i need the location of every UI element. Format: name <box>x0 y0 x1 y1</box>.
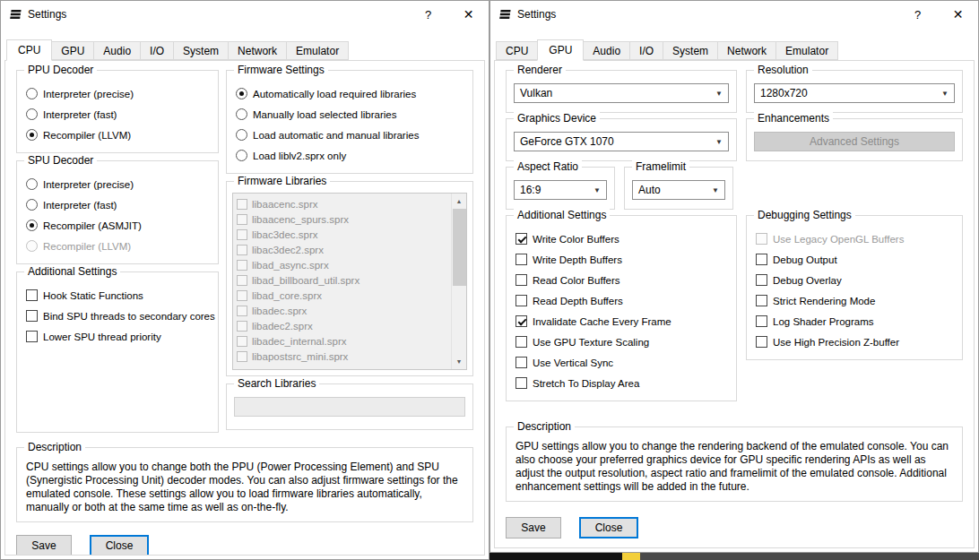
save-button[interactable]: Save <box>506 517 561 538</box>
checkbox-option-log-shader-programs[interactable]: Log Shader Programs <box>756 311 955 332</box>
tab-gpu[interactable]: GPU <box>51 41 94 60</box>
tab-cpu[interactable]: CPU <box>6 39 52 61</box>
checkbox-option-bind-spu-threads-to-secondary-cores[interactable]: Bind SPU threads to secondary cores <box>26 306 211 326</box>
gpu-row-3: Aspect Ratio 16:9 ▼ Framelimit Auto ▼ <box>506 167 963 215</box>
tab-audio[interactable]: Audio <box>583 41 630 60</box>
radio-option-interpreter-fast[interactable]: Interpreter (fast) <box>26 104 211 125</box>
library-item-libad-async-sprx: libad_async.sprx <box>237 257 451 272</box>
window-close-button[interactable]: ✕ <box>938 1 978 28</box>
resolution-dropdown[interactable]: 1280x720 ▼ <box>754 83 955 103</box>
checkbox-icon <box>26 289 38 301</box>
scrollbar[interactable]: ▲ ▼ <box>451 194 466 369</box>
option-label: Interpreter (precise) <box>43 89 134 99</box>
group-title: Additional Settings <box>514 209 610 221</box>
radio-option-interpreter-precise[interactable]: Interpreter (precise) <box>26 174 211 194</box>
radio-option-interpreter-fast[interactable]: Interpreter (fast) <box>26 194 211 215</box>
group-title: Description <box>24 441 85 453</box>
checkbox-option-debug-overlay[interactable]: Debug Overlay <box>756 270 955 290</box>
radio-icon <box>26 199 38 211</box>
tab-emulator[interactable]: Emulator <box>286 41 349 60</box>
renderer-dropdown[interactable]: Vulkan ▼ <box>514 83 729 103</box>
option-label: Use GPU Texture Scaling <box>533 337 649 348</box>
option-label: Load automatic and manual libraries <box>253 130 419 141</box>
checkbox-option-read-depth-buffers[interactable]: Read Depth Buffers <box>515 290 729 311</box>
tab-network[interactable]: Network <box>228 41 287 60</box>
option-label: Bind SPU threads to secondary cores <box>43 311 215 322</box>
checkbox-option-debug-output[interactable]: Debug Output <box>756 249 955 270</box>
titlebar[interactable]: Settings ? ✕ <box>490 1 978 28</box>
radio-option-load-liblv2-sprx-only[interactable]: Load liblv2.sprx only <box>236 145 465 166</box>
tab-label: Audio <box>103 45 131 57</box>
tab-network[interactable]: Network <box>717 41 776 60</box>
radio-icon <box>26 240 38 252</box>
window-close-button[interactable]: ✕ <box>448 1 489 28</box>
graphics-device-dropdown[interactable]: GeForce GTX 1070 ▼ <box>514 132 729 151</box>
library-name: libadec.sprx <box>252 306 307 316</box>
radio-option-automatically-load-required-libraries[interactable]: Automatically load required libraries <box>236 83 465 104</box>
close-button[interactable]: Close <box>90 535 149 556</box>
scrollbar-thumb[interactable] <box>453 209 466 286</box>
save-button[interactable]: Save <box>16 535 72 556</box>
checkbox-option-stretch-to-display-area[interactable]: Stretch To Display Area <box>515 373 729 393</box>
option-label: Automatically load required libraries <box>253 89 416 99</box>
checkbox-option-write-color-buffers[interactable]: Write Color Buffers <box>515 228 729 249</box>
radio-option-recompiler-llvm[interactable]: Recompiler (LLVM) <box>26 125 211 145</box>
tab-i-o[interactable]: I/O <box>629 41 663 60</box>
group-title: Debugging Settings <box>754 209 855 221</box>
radio-option-interpreter-precise[interactable]: Interpreter (precise) <box>26 83 211 104</box>
library-name: libapostsrc_mini.sprx <box>252 351 348 362</box>
tab-system[interactable]: System <box>663 41 718 60</box>
renderer-group: Renderer Vulkan ▼ <box>506 70 737 113</box>
checkbox-option-hook-static-functions[interactable]: Hook Static Functions <box>26 285 211 306</box>
option-label: Interpreter (precise) <box>43 179 134 190</box>
checkbox-icon <box>515 357 527 368</box>
description-group: Description GPU settings allow you to ch… <box>506 426 963 502</box>
radio-option-manually-load-selected-libraries[interactable]: Manually load selected libraries <box>236 104 465 125</box>
radio-option-recompiler-asmjit[interactable]: Recompiler (ASMJIT) <box>26 215 211 236</box>
option-label: Lower SPU thread priority <box>43 332 161 342</box>
help-button[interactable]: ? <box>897 1 938 28</box>
checkbox-option-use-legacy-opengl-buffers: Use Legacy OpenGL Buffers <box>756 228 955 249</box>
tab-bar: CPU GPU Audio I/O System Network Emula <box>496 39 978 60</box>
radio-option-load-automatic-and-manual-libraries[interactable]: Load automatic and manual libraries <box>236 125 465 145</box>
aspect-ratio-dropdown[interactable]: 16:9 ▼ <box>514 180 607 200</box>
group-title: Firmware Libraries <box>234 175 330 187</box>
checkbox-option-strict-rendering-mode[interactable]: Strict Rendering Mode <box>756 290 955 311</box>
close-button[interactable]: Close <box>579 517 638 538</box>
checkbox-option-use-vertical-sync[interactable]: Use Vertical Sync <box>515 352 729 373</box>
checkbox-option-lower-spu-thread-priority[interactable]: Lower SPU thread priority <box>26 326 211 347</box>
additional-settings-group: Additional Settings Hook Static Function… <box>16 271 219 433</box>
ppu-decoder-group: PPU Decoder Interpreter (precise) Interp… <box>16 70 219 153</box>
framelimit-group: Framelimit Auto ▼ <box>624 167 733 210</box>
scroll-down-icon[interactable]: ▼ <box>452 354 467 369</box>
library-name: libad_core.sprx <box>252 290 322 301</box>
library-name: libaacenc_spurs.sprx <box>252 214 349 225</box>
titlebar[interactable]: Settings ? ✕ <box>1 1 489 28</box>
tab-system[interactable]: System <box>173 41 229 60</box>
tab-i-o[interactable]: I/O <box>140 41 174 60</box>
checkbox-icon <box>756 295 767 306</box>
scroll-up-icon[interactable]: ▲ <box>452 194 467 209</box>
checkbox-icon <box>237 245 247 255</box>
checkbox-option-write-depth-buffers[interactable]: Write Depth Buffers <box>515 249 729 270</box>
settings-window-gpu: Settings ? ✕ CPU GPU Audio I/O System <box>490 0 979 553</box>
tab-audio[interactable]: Audio <box>93 41 141 60</box>
checkbox-option-invalidate-cache-every-frame[interactable]: Invalidate Cache Every Frame <box>515 311 729 332</box>
option-label: Recompiler (LLVM) <box>43 241 131 252</box>
checkbox-option-use-high-precision-z-buffer[interactable]: Use High Precision Z-buffer <box>756 332 955 352</box>
radio-icon <box>26 220 38 231</box>
radio-icon <box>236 150 247 161</box>
tab-emulator[interactable]: Emulator <box>775 41 838 60</box>
tab-cpu[interactable]: CPU <box>496 41 538 60</box>
checkbox-icon <box>756 315 767 327</box>
help-button[interactable]: ? <box>408 1 448 28</box>
description-group: Description CPU settings allow you to ch… <box>16 447 473 522</box>
group-title: SPU Decoder <box>24 154 97 167</box>
tab-page-cpu: PPU Decoder Interpreter (precise) Interp… <box>4 60 485 556</box>
framelimit-dropdown[interactable]: Auto ▼ <box>632 180 725 200</box>
firmware-settings-group: Firmware Settings Automatically load req… <box>226 70 473 174</box>
tab-gpu[interactable]: GPU <box>537 39 584 61</box>
checkbox-option-use-gpu-texture-scaling[interactable]: Use GPU Texture Scaling <box>515 332 729 352</box>
checkbox-option-read-color-buffers[interactable]: Read Color Buffers <box>515 270 729 290</box>
radio-icon <box>26 129 38 141</box>
